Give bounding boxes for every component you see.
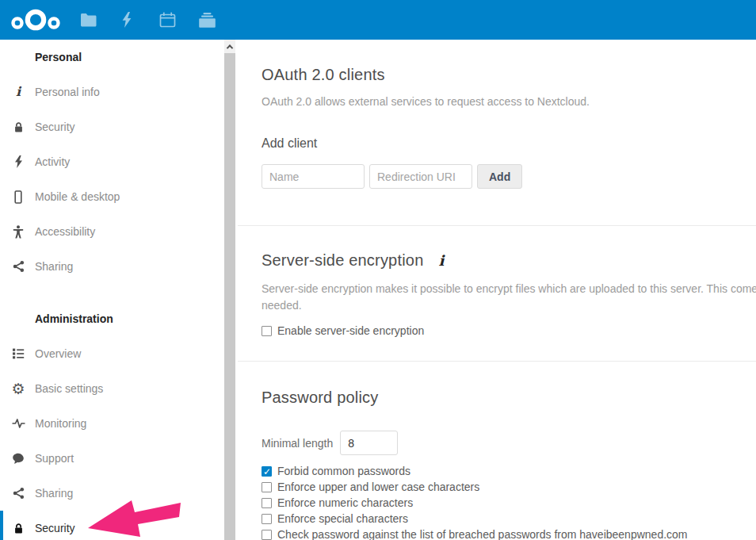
- sidebar-item-label: Monitoring: [35, 417, 86, 430]
- sidebar-item-personal-info[interactable]: i Personal info: [0, 75, 238, 109]
- settings-content: OAuth 2.0 clients OAuth 2.0 allows exter…: [238, 40, 756, 540]
- phone-icon: [10, 189, 26, 205]
- share-icon: [10, 259, 26, 274]
- sidebar-item-label: Overview: [35, 347, 81, 360]
- minimal-length-label: Minimal length: [262, 437, 333, 450]
- minimal-length-input[interactable]: [340, 431, 398, 455]
- folder-icon[interactable]: [78, 0, 99, 40]
- encryption-description: Server-side encryption makes it possible…: [262, 281, 756, 314]
- checkbox-label: Enforce special characters: [277, 512, 408, 525]
- sidebar-item-security-admin[interactable]: Security: [0, 511, 238, 540]
- checkbox-icon[interactable]: [262, 326, 272, 336]
- sidebar-item-monitoring[interactable]: Monitoring: [0, 406, 238, 441]
- oauth-description: OAuth 2.0 allows external services to re…: [262, 95, 756, 108]
- checkbox-enforce-upper-lower[interactable]: Enforce upper and lower case characters: [262, 479, 756, 495]
- checkbox-enforce-special[interactable]: Enforce special characters: [262, 511, 756, 527]
- add-client-button[interactable]: Add: [477, 164, 522, 189]
- sidebar-item-security-personal[interactable]: Security: [0, 109, 238, 144]
- checkbox-icon[interactable]: [262, 514, 272, 524]
- sidebar-item-label: Security: [35, 121, 75, 133]
- checkbox-label: Enforce numeric characters: [277, 496, 413, 509]
- enable-encryption-checkbox-row[interactable]: Enable server-side encryption: [262, 324, 756, 337]
- sidebar-section-personal: Personal: [0, 40, 238, 75]
- list-icon: [10, 346, 26, 362]
- sidebar-item-mobile-desktop[interactable]: Mobile & desktop: [0, 179, 238, 214]
- sidebar-item-label: Personal info: [35, 86, 100, 98]
- sidebar-item-label: Sharing: [35, 487, 73, 500]
- encryption-description-line2: needed.: [262, 297, 756, 314]
- checkbox-forbid-common-passwords[interactable]: Forbid common passwords: [262, 463, 756, 479]
- sidebar-item-overview[interactable]: Overview: [0, 336, 238, 371]
- checkbox-label: Forbid common passwords: [277, 465, 410, 477]
- password-policy-options: Forbid common passwords Enforce upper an…: [262, 463, 756, 540]
- lightning-icon[interactable]: [116, 0, 137, 40]
- checkbox-icon[interactable]: [262, 530, 272, 540]
- deck-icon[interactable]: [197, 0, 217, 40]
- sidebar-item-label: Activity: [35, 155, 70, 168]
- oauth-section: OAuth 2.0 clients OAuth 2.0 allows exter…: [238, 40, 756, 225]
- password-policy-section: Password policy Minimal length Forbid co…: [238, 361, 756, 540]
- lock-icon: [10, 119, 26, 135]
- monitoring-icon: [10, 416, 26, 431]
- sidebar-scrollbar[interactable]: [224, 40, 235, 540]
- sidebar-item-basic-settings[interactable]: ⚙ Basic settings: [0, 371, 238, 406]
- settings-sidebar: Personal i Personal info Security Activi…: [0, 40, 238, 540]
- checkbox-icon[interactable]: [262, 498, 272, 508]
- top-header-bar: [0, 0, 756, 40]
- lightning-icon: [10, 154, 26, 170]
- sidebar-item-label: Accessibility: [35, 225, 95, 238]
- checkbox-haveibeenpwned[interactable]: Check password against the list of breac…: [262, 527, 756, 540]
- checkbox-checked-icon[interactable]: [262, 466, 272, 477]
- sidebar-item-sharing-admin[interactable]: Sharing: [0, 476, 238, 511]
- nextcloud-logo[interactable]: [10, 8, 62, 35]
- minimal-length-row: Minimal length: [262, 431, 756, 455]
- sidebar-section-administration: Administration: [0, 301, 238, 336]
- gear-icon: ⚙: [10, 381, 26, 396]
- add-client-form: Add: [262, 164, 756, 189]
- accessibility-icon: [10, 224, 26, 239]
- checkbox-label: Enable server-side encryption: [277, 324, 424, 337]
- chevron-up-icon: [227, 44, 233, 51]
- encryption-section: Server-side encryption i Server-side enc…: [238, 225, 756, 361]
- checkbox-label: Enforce upper and lower case characters: [277, 481, 479, 493]
- checkbox-enforce-numeric[interactable]: Enforce numeric characters: [262, 495, 756, 511]
- encryption-description-line1: Server-side encryption makes it possible…: [262, 281, 756, 297]
- sidebar-item-sharing-personal[interactable]: Sharing: [0, 249, 238, 284]
- encryption-title: Server-side encryption: [262, 251, 424, 270]
- scrollbar-up-button[interactable]: [224, 40, 235, 53]
- sidebar-item-activity[interactable]: Activity: [0, 144, 238, 179]
- sidebar-item-accessibility[interactable]: Accessibility: [0, 214, 238, 249]
- chat-icon: [10, 450, 26, 466]
- info-icon[interactable]: i: [439, 254, 445, 268]
- redirection-uri-input[interactable]: [369, 164, 472, 189]
- scrollbar-thumb[interactable]: [224, 53, 235, 540]
- client-name-input[interactable]: [262, 164, 365, 189]
- lock-icon: [10, 520, 26, 536]
- sidebar-item-label: Support: [35, 452, 74, 465]
- sidebar-item-label: Mobile & desktop: [35, 190, 120, 203]
- share-icon: [10, 485, 26, 501]
- add-client-heading: Add client: [262, 136, 756, 151]
- sidebar-item-label: Basic settings: [35, 382, 103, 395]
- sidebar-item-support[interactable]: Support: [0, 441, 238, 476]
- sidebar-item-label: Security: [35, 522, 75, 534]
- calendar-icon[interactable]: [157, 0, 178, 40]
- password-policy-title: Password policy: [262, 389, 756, 407]
- checkbox-icon[interactable]: [262, 482, 272, 492]
- oauth-title: OAuth 2.0 clients: [262, 66, 756, 84]
- info-icon: i: [10, 84, 26, 100]
- checkbox-label: Check password against the list of breac…: [277, 528, 688, 540]
- sidebar-item-label: Sharing: [35, 260, 73, 273]
